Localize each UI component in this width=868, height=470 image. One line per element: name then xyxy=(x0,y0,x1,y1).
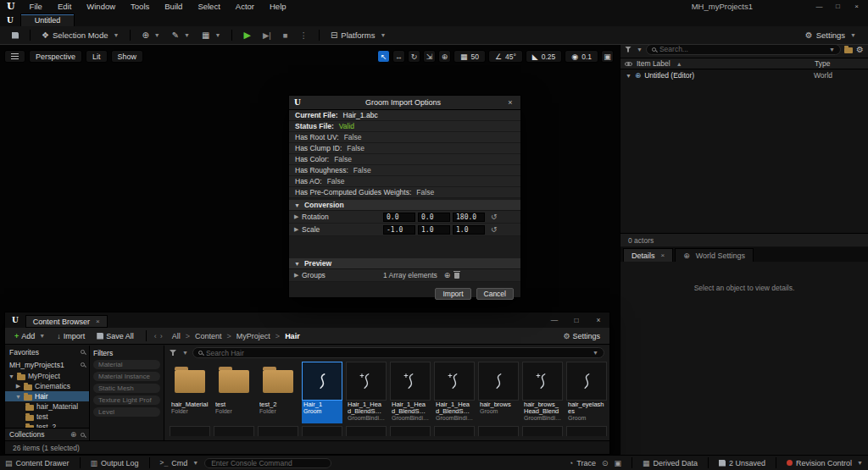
platforms-dropdown[interactable]: ⊟ Platforms ▼ xyxy=(326,29,391,41)
viewport-menu-button[interactable] xyxy=(4,50,25,63)
tree-item-myproject[interactable]: ▼ MyProject xyxy=(5,371,89,381)
menu-file[interactable]: File xyxy=(22,2,50,11)
asset-tile-partial[interactable] xyxy=(434,426,475,436)
minimize-button[interactable]: — xyxy=(548,316,560,324)
forward-button[interactable]: › xyxy=(160,332,163,340)
asset-tile-groom-binding[interactable]: hair_brows_Head_BlendGroomBinding xyxy=(522,362,563,423)
scale-tool-button[interactable]: ⇲ xyxy=(423,50,436,63)
tree-item-hair[interactable]: ▼ Hair xyxy=(5,391,89,401)
minimize-button[interactable]: — xyxy=(813,3,826,10)
cinematics-dropdown[interactable]: ▦▼ xyxy=(197,29,225,41)
save-all-button[interactable]: Save All xyxy=(92,330,138,342)
outliner-search-input[interactable] xyxy=(659,45,824,53)
rotation-y-input[interactable] xyxy=(418,213,450,222)
asset-tile-partial[interactable] xyxy=(170,426,210,436)
tree-item-test[interactable]: test xyxy=(5,412,89,422)
breadcrumb-content[interactable]: Content xyxy=(193,332,224,340)
rotation-z-input[interactable] xyxy=(453,213,485,222)
filter-icon[interactable] xyxy=(170,350,176,356)
insights-button[interactable]: ⊙ xyxy=(602,459,609,467)
menu-build[interactable]: Build xyxy=(157,2,190,11)
scale-x-input[interactable] xyxy=(383,225,415,235)
back-button[interactable]: ‹ xyxy=(154,332,157,340)
filter-level[interactable]: Level xyxy=(93,407,160,417)
breadcrumb-hair[interactable]: Hair xyxy=(283,332,302,340)
save-button[interactable] xyxy=(7,30,24,41)
search-icon[interactable] xyxy=(81,362,85,367)
chevron-down-icon[interactable]: ▼ xyxy=(626,73,632,79)
asset-tile-partial[interactable] xyxy=(566,426,607,436)
visibility-icon[interactable] xyxy=(625,62,632,66)
search-icon[interactable] xyxy=(81,433,85,437)
play-button[interactable]: ▶ xyxy=(238,28,255,42)
asset-tile-groom-binding[interactable]: Hair_1_Head_BlendShapeGroomBinding xyxy=(434,362,475,423)
frame-skip-button[interactable]: ▶| xyxy=(258,29,276,41)
menu-select[interactable]: Select xyxy=(190,2,227,11)
content-browser-titlebar[interactable]: U Content Browser × — □ × xyxy=(5,312,609,328)
asset-tile-partial[interactable] xyxy=(390,426,431,436)
asset-tile-partial[interactable] xyxy=(522,426,563,436)
gear-icon[interactable]: ⚙ xyxy=(856,45,864,54)
asset-tile-groom[interactable]: hair_browsGroom xyxy=(478,362,519,423)
asset-tile-folder[interactable]: test_2Folder xyxy=(258,362,298,423)
add-actor-dropdown[interactable]: ⊕▼ xyxy=(136,29,164,41)
chevron-down-icon[interactable]: ▼ xyxy=(15,394,21,400)
close-icon[interactable]: × xyxy=(661,252,665,259)
asset-tile-groom[interactable]: hair_eyelashesGroom xyxy=(566,362,607,423)
show-dropdown[interactable]: Show xyxy=(111,50,144,63)
rotate-tool-button[interactable]: ↻ xyxy=(408,50,420,63)
breadcrumb-myproject[interactable]: MyProject xyxy=(235,332,272,340)
asset-tile-partial[interactable] xyxy=(258,426,298,436)
column-item-label[interactable]: Item Label xyxy=(637,59,670,68)
asset-tile-folder[interactable]: testFolder xyxy=(214,362,254,423)
maximize-button[interactable]: □ xyxy=(570,316,582,324)
outliner-search[interactable]: ▼ xyxy=(646,44,841,55)
asset-tile-partial[interactable] xyxy=(214,426,254,436)
filter-texture-light-prof[interactable]: Texture Light Prof xyxy=(93,395,160,405)
output-log-button[interactable]: ▥ Output Log xyxy=(91,459,139,467)
add-button[interactable]: + Add ▼ xyxy=(10,330,49,342)
revision-control-button[interactable]: Revision Control ▼ xyxy=(787,459,863,467)
selection-mode-dropdown[interactable]: ❖ Selection Mode ▼ xyxy=(36,29,124,41)
menu-window[interactable]: Window xyxy=(79,2,123,11)
play-options-button[interactable]: ⋮ xyxy=(294,29,313,41)
asset-tile-groom-binding[interactable]: Hair_1_Head_BlendShapeGroomBinding xyxy=(390,362,431,423)
camera-speed-control[interactable]: ◉ 0.1 xyxy=(565,50,598,63)
reset-to-default-icon[interactable]: ↺ xyxy=(491,213,498,221)
asset-tile-folder[interactable]: hair_MaterialFolder xyxy=(170,362,210,423)
filter-material-instance[interactable]: Material Instance xyxy=(93,372,160,381)
trace-button[interactable]: ◔ Trace xyxy=(569,459,596,467)
asset-tile-partial[interactable] xyxy=(302,426,342,436)
filter-icon[interactable] xyxy=(625,47,632,53)
tab-details[interactable]: Details × xyxy=(623,248,673,262)
asset-tile-partial[interactable] xyxy=(346,426,387,436)
chevron-right-icon[interactable]: ▶ xyxy=(294,272,302,279)
scale-z-input[interactable] xyxy=(453,225,485,235)
perspective-dropdown[interactable]: Perspective xyxy=(29,50,82,63)
chevron-down-icon[interactable]: ▼ xyxy=(8,373,14,379)
section-preview[interactable]: ▼ Preview xyxy=(289,258,520,269)
dialog-titlebar[interactable]: U Groom Import Options × xyxy=(289,96,520,110)
add-collection-icon[interactable]: ⊕ xyxy=(70,430,76,439)
new-folder-icon[interactable] xyxy=(844,47,853,53)
menu-actor[interactable]: Actor xyxy=(228,2,262,11)
chevron-right-icon[interactable]: ▶ xyxy=(294,226,302,233)
breadcrumb-all[interactable]: All xyxy=(170,332,182,340)
import-button[interactable]: Import xyxy=(435,288,470,300)
import-button[interactable]: ↓ Import xyxy=(53,330,89,342)
delete-elements-icon[interactable] xyxy=(454,273,459,279)
tab-untitled-level[interactable]: Untitled xyxy=(20,14,75,26)
cmd-dropdown[interactable]: >_ Cmd ▼ xyxy=(160,459,199,467)
maximize-viewport-button[interactable]: ▣ xyxy=(601,50,614,63)
scale-y-input[interactable] xyxy=(418,225,450,235)
asset-search[interactable]: ▼ xyxy=(192,347,604,358)
asset-tile-groom-binding[interactable]: Hair_1_Head_BlendShapeGroomBinding xyxy=(346,362,387,423)
asset-tile-groom-selected[interactable]: Hair_1Groom xyxy=(302,362,342,423)
menu-edit[interactable]: Edit xyxy=(50,2,79,11)
chevron-right-icon[interactable]: ▶ xyxy=(15,383,21,390)
rotation-x-input[interactable] xyxy=(383,213,415,222)
project-header[interactable]: MH_myProjects1 xyxy=(5,358,89,371)
asset-tile-partial[interactable] xyxy=(478,426,519,436)
grid-snap-control[interactable]: ▦ 50 xyxy=(453,50,486,63)
tab-content-browser[interactable]: Content Browser × xyxy=(25,315,108,328)
